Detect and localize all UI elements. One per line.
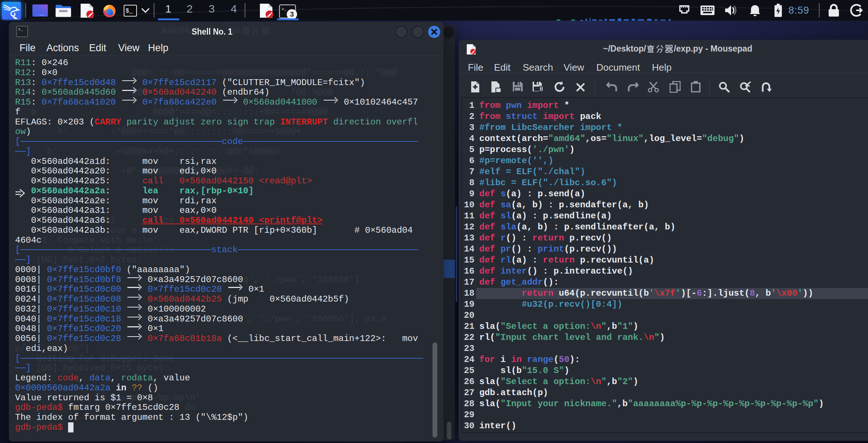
svg-text:$_: $_ bbox=[126, 8, 133, 14]
svg-text:...: ... bbox=[39, 10, 44, 17]
svg-text:3: 3 bbox=[290, 10, 294, 18]
svg-text:>_: >_ bbox=[282, 7, 287, 11]
